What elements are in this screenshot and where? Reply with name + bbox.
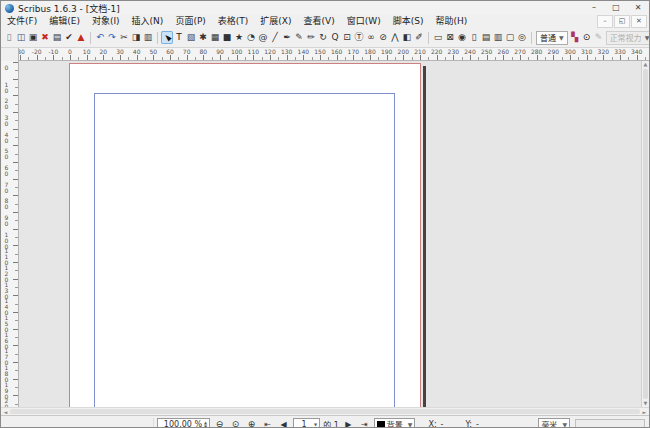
last-page-button[interactable]: ⇥: [358, 418, 371, 428]
text-frame-icon[interactable]: T: [173, 31, 185, 44]
pdf-list-box-icon[interactable]: ▤: [480, 31, 492, 44]
menu-page[interactable]: 页面(P): [169, 15, 211, 28]
polygon-icon[interactable]: ★: [233, 31, 245, 44]
color-management-icon[interactable]: ▚: [569, 31, 581, 44]
mdi-restore-button[interactable]: ◱: [614, 15, 630, 28]
menu-edit[interactable]: 编辑(E): [43, 15, 86, 28]
bezier-icon[interactable]: ✒: [281, 31, 293, 44]
scroll-up-icon[interactable]: ▲: [644, 61, 648, 68]
horizontal-scroll-thumb[interactable]: [10, 409, 640, 414]
eyedropper-icon[interactable]: ✐: [413, 31, 425, 44]
close-document-icon[interactable]: ✖: [39, 31, 51, 44]
zoom-value[interactable]: 100.00 %: [160, 420, 202, 428]
menu-extras[interactable]: 扩展(X): [254, 15, 297, 28]
edit-contents-icon[interactable]: ⊡: [341, 31, 353, 44]
freehand-icon[interactable]: ✎: [293, 31, 305, 44]
ruler-origin-corner[interactable]: [1, 48, 19, 62]
spiral-icon[interactable]: @: [257, 31, 269, 44]
page-number-combo[interactable]: 1 ▼: [293, 418, 320, 428]
vision-defect-combo[interactable]: 正常视力▼: [606, 31, 650, 45]
calligraphy-icon[interactable]: ✏: [305, 31, 317, 44]
zoom-in-button[interactable]: ⊕: [245, 418, 258, 428]
menu-help[interactable]: 帮助(H): [429, 15, 473, 28]
vertical-ruler[interactable]: 0102030405060708090100110120130140150160…: [1, 61, 19, 407]
ruler-tick: [15, 387, 18, 388]
redo-icon[interactable]: ↷: [106, 31, 118, 44]
menu-view[interactable]: 查看(V): [298, 15, 341, 28]
table-icon[interactable]: ▦: [209, 31, 221, 44]
page[interactable]: [69, 63, 421, 407]
minimize-button[interactable]: –: [583, 1, 605, 15]
pdf-check-box-icon[interactable]: ⊠: [444, 31, 456, 44]
horizontal-scrollbar[interactable]: ◄ ►: [1, 407, 649, 415]
document-canvas[interactable]: [19, 61, 641, 407]
layer-selector[interactable]: 背景 ▼: [374, 418, 416, 428]
menu-windows[interactable]: 窗口(W): [341, 15, 387, 28]
copy-icon[interactable]: ◨: [130, 31, 142, 44]
shape-icon[interactable]: ■: [221, 31, 233, 44]
vertical-scroll-thumb[interactable]: [643, 69, 648, 399]
preflight-verifier-icon[interactable]: ✔: [63, 31, 75, 44]
zoom-icon[interactable]: Q: [329, 31, 341, 44]
scroll-right-icon[interactable]: ►: [640, 409, 649, 415]
measurements-icon[interactable]: ⋀: [389, 31, 401, 44]
pdf-combo-box-icon[interactable]: ▥: [492, 31, 504, 44]
menu-file[interactable]: 文件(F): [1, 15, 43, 28]
paste-icon[interactable]: ▥: [142, 31, 154, 44]
scroll-down-icon[interactable]: ▼: [644, 400, 648, 407]
open-document-icon[interactable]: ◫: [15, 31, 27, 44]
ruler-number: 150: [3, 314, 9, 332]
cut-icon[interactable]: ✂: [118, 31, 130, 44]
link-frames-icon[interactable]: ∞: [365, 31, 377, 44]
copy-properties-icon[interactable]: ◧: [401, 31, 413, 44]
pdf-radio-button-icon[interactable]: ◉: [456, 31, 468, 44]
mdi-minimize-button[interactable]: –: [597, 15, 613, 28]
pdf-text-field-icon[interactable]: ▯: [468, 31, 480, 44]
pdf-link-annotation-icon[interactable]: ◎: [516, 31, 528, 44]
maximize-button[interactable]: □: [605, 1, 627, 15]
zoom-out-button[interactable]: ⊖: [213, 418, 226, 428]
story-editor-icon[interactable]: Ⓣ: [353, 31, 365, 44]
menu-script[interactable]: 脚本(S): [387, 15, 430, 28]
ruler-tick: [13, 379, 18, 380]
export-pdf-icon[interactable]: ▲: [75, 31, 87, 44]
mdi-close-button[interactable]: ✕: [631, 15, 647, 28]
rotate-item-icon[interactable]: ↻: [317, 31, 329, 44]
select-item-icon[interactable]: ►: [161, 31, 173, 44]
menu-table[interactable]: 表格(T): [212, 15, 255, 28]
line-icon[interactable]: ╱: [269, 31, 281, 44]
unlink-frames-icon[interactable]: ⊘: [377, 31, 389, 44]
close-button[interactable]: ✕: [627, 1, 649, 15]
arc-icon[interactable]: ◔: [245, 31, 257, 44]
scroll-left-icon[interactable]: ◄: [1, 409, 10, 415]
undo-icon[interactable]: ↶: [94, 31, 106, 44]
print-document-icon[interactable]: ▤: [51, 31, 63, 44]
ruler-number: 210: [414, 48, 425, 55]
ruler-tick: [245, 57, 246, 60]
render-frame-icon[interactable]: ✱: [197, 31, 209, 44]
zoom-spinbox[interactable]: 100.00 % ▲▼: [157, 418, 210, 428]
pdf-push-button-icon[interactable]: ▭: [432, 31, 444, 44]
current-page-number[interactable]: 1: [296, 420, 312, 428]
toolbar: ▯◫▣✖▤✔▲↶↷✂◨▥►T▧✱▦■★◔@╱✒✎✏↻Q⊡Ⓣ∞⊘⋀◧✐▭⊠◉▯▤▥…: [1, 28, 649, 48]
zoom-spin-arrows[interactable]: ▲▼: [204, 421, 207, 428]
vertical-scrollbar[interactable]: ▲ ▼: [641, 61, 649, 407]
menu-insert[interactable]: 插入(N): [126, 15, 170, 28]
unit-selector[interactable]: 毫米 ▼: [538, 418, 570, 428]
zoom-actual-size-button[interactable]: ⊙: [229, 418, 242, 428]
horizontal-ruler[interactable]: -30-20-100102030405060708090100110120130…: [19, 48, 649, 61]
next-page-button[interactable]: ▶: [342, 418, 355, 428]
menu-item[interactable]: 对象(I): [86, 15, 126, 28]
image-frame-icon[interactable]: ▧: [185, 31, 197, 44]
layer-combo-arrow-icon: ▼: [408, 421, 413, 428]
preview-quality-combo[interactable]: 普通▼: [536, 31, 568, 45]
preview-mode-eye-icon[interactable]: ⊙: [581, 31, 593, 44]
first-page-button[interactable]: ⇤: [261, 418, 274, 428]
save-document-icon[interactable]: ▣: [27, 31, 39, 44]
new-document-icon[interactable]: ▯: [3, 31, 15, 44]
ruler-number: 140: [298, 48, 309, 55]
edit-in-preview-icon[interactable]: ✎: [593, 31, 605, 44]
previous-page-button[interactable]: ◀: [277, 418, 290, 428]
pdf-text-annotation-icon[interactable]: ▢: [504, 31, 516, 44]
page-combo-arrow[interactable]: ▼: [314, 423, 317, 427]
